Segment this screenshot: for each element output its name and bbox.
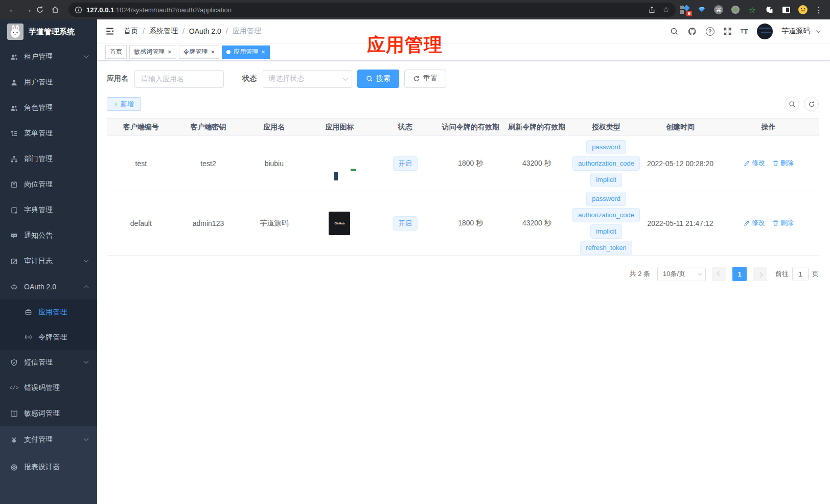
extensions-puzzle-icon[interactable] xyxy=(764,5,774,15)
logo[interactable]: 芋道管理系统 xyxy=(0,19,97,44)
col-actions: 操作 xyxy=(719,119,819,136)
sidebar-item-user[interactable]: 用户管理 xyxy=(0,70,97,95)
close-icon[interactable]: × xyxy=(168,49,172,55)
browser-forward-icon[interactable]: → xyxy=(20,5,36,15)
current-page-button[interactable]: 1 xyxy=(732,267,747,281)
info-icon[interactable] xyxy=(75,6,82,14)
extension-gem-icon[interactable] xyxy=(697,5,707,15)
refresh-icon xyxy=(413,75,420,82)
col-refresh-ttl: 刷新令牌的有效期 xyxy=(503,119,570,136)
search-icon[interactable] xyxy=(670,27,679,36)
sidebar-item-error-code[interactable]: </> 错误码管理 xyxy=(0,375,97,401)
page-content: 应用名 状态 请选择状态 搜索 重置 xyxy=(97,61,830,504)
bookmark-star-icon[interactable]: ☆ xyxy=(663,5,670,14)
close-icon[interactable]: × xyxy=(261,49,265,55)
sidebar-item-label: 令牌管理 xyxy=(38,333,88,342)
sidebar-item-sensitive-word[interactable]: 敏感词管理 xyxy=(0,401,97,426)
fullscreen-icon[interactable] xyxy=(723,27,732,36)
sidebar-item-label: 通知公告 xyxy=(24,231,88,240)
extensions-area: 9 ⌘ ☆ ⋮ xyxy=(680,5,825,15)
browser-home-icon[interactable] xyxy=(51,6,66,14)
delete-button[interactable]: 删除 xyxy=(772,158,794,168)
share-icon[interactable] xyxy=(648,6,656,14)
col-grant-types: 授权类型 xyxy=(570,119,642,136)
github-icon[interactable] xyxy=(687,27,697,36)
tab-home[interactable]: 首页 xyxy=(105,45,127,59)
extension-command-icon[interactable]: ⌘ xyxy=(713,5,724,15)
refresh-table-button[interactable] xyxy=(804,97,819,111)
sidebar-item-audit-log[interactable]: 审计日志 xyxy=(0,248,97,274)
side-panel-icon[interactable] xyxy=(781,5,791,15)
app-name-label: 应用名 xyxy=(107,74,128,83)
pencil-icon xyxy=(744,220,750,226)
close-icon[interactable]: × xyxy=(211,49,215,55)
sidebar-item-oauth-token[interactable]: 令牌管理 xyxy=(0,325,97,350)
toggle-search-button[interactable] xyxy=(785,97,799,111)
next-page-button[interactable] xyxy=(753,267,767,281)
page-size-select[interactable]: 10条/页 xyxy=(657,267,706,281)
delete-button[interactable]: 删除 xyxy=(772,218,794,227)
browser-back-icon[interactable]: ← xyxy=(5,5,20,15)
avatar[interactable] xyxy=(757,24,773,39)
breadcrumb-system[interactable]: 系统管理 xyxy=(149,27,178,36)
add-button[interactable]: + 新增 xyxy=(107,97,141,111)
sidebar-item-tenant[interactable]: 租户管理 xyxy=(0,44,97,70)
sidebar-item-label: 租户管理 xyxy=(24,52,78,61)
sidebar-item-report-designer[interactable]: 报表设计器 xyxy=(0,453,97,482)
help-icon[interactable]: ? xyxy=(706,27,714,36)
shield-check-icon xyxy=(10,359,18,366)
status-select[interactable]: 请选择状态 xyxy=(263,70,352,88)
sidebar-item-label: 部门管理 xyxy=(24,154,88,164)
browser-chrome: ← → 127.0.0.1:1024/system/oauth2/oauth2/… xyxy=(0,0,830,19)
browser-reload-icon[interactable] xyxy=(36,6,51,14)
dictionary-icon xyxy=(10,207,18,214)
table-header-row: 客户端编号 客户端密钥 应用名 应用图标 状态 访问令牌的有效期 刷新令牌的有效… xyxy=(107,119,819,136)
sidebar-item-label: 错误码管理 xyxy=(24,383,88,393)
sidebar-item-label: 字典管理 xyxy=(24,205,88,215)
user-menu-caret-icon[interactable] xyxy=(816,28,820,32)
sidebar-item-dict[interactable]: 字典管理 xyxy=(0,197,97,223)
grant-tag: implicit xyxy=(590,224,622,239)
tab-application[interactable]: 应用管理× xyxy=(222,45,270,59)
browser-menu-icon[interactable]: ⋮ xyxy=(815,5,823,15)
sidebar-item-menu[interactable]: 菜单管理 xyxy=(0,121,97,146)
grant-tag: password xyxy=(586,140,626,154)
app-name-input[interactable] xyxy=(134,70,224,88)
sidebar-item-post[interactable]: 岗位管理 xyxy=(0,172,97,197)
address-bar[interactable]: 127.0.0.1:1024/system/oauth2/oauth2/appl… xyxy=(68,3,676,17)
sidebar-item-pay[interactable]: ¥ 支付管理 xyxy=(0,426,97,453)
tab-token[interactable]: 令牌管理× xyxy=(179,45,220,59)
search-button[interactable]: 搜索 xyxy=(357,70,399,88)
sidebar-collapse-icon[interactable] xyxy=(105,27,114,36)
edit-button[interactable]: 修改 xyxy=(744,158,765,168)
extension-record-icon[interactable] xyxy=(730,5,741,15)
status-badge[interactable]: 开启 xyxy=(393,216,418,231)
grant-tag: authorization_code xyxy=(572,156,640,171)
edit-button[interactable]: 修改 xyxy=(744,218,765,227)
goto-page-input[interactable] xyxy=(792,267,809,281)
select-caret-icon xyxy=(698,271,702,276)
status-badge[interactable]: 开启 xyxy=(393,156,418,171)
breadcrumb-oauth[interactable]: OAuth 2.0 xyxy=(189,27,221,35)
tab-sensitive-word[interactable]: 敏感词管理× xyxy=(129,45,176,59)
extension-evernote-icon[interactable]: ☆ xyxy=(747,5,757,15)
sidebar-item-role[interactable]: 角色管理 xyxy=(0,95,97,121)
reset-button[interactable]: 重置 xyxy=(404,70,446,88)
sidebar-item-oauth[interactable]: OAuth 2.0 xyxy=(0,274,97,300)
top-navbar: 首页 / 系统管理 / OAuth 2.0 / 应用管理 ? xyxy=(97,19,830,43)
font-size-icon[interactable]: TT xyxy=(741,27,748,36)
org-tree-icon xyxy=(10,155,18,163)
app-icon-image: GitHub xyxy=(329,212,350,235)
breadcrumb-home[interactable]: 首页 xyxy=(124,27,138,36)
table-tools xyxy=(785,97,819,111)
prev-page-button[interactable] xyxy=(712,267,726,281)
sidebar-item-label: 敏感词管理 xyxy=(24,409,88,418)
extension-tabs-icon[interactable]: 9 xyxy=(680,5,690,15)
sidebar-item-dept[interactable]: 部门管理 xyxy=(0,146,97,172)
sidebar-item-oauth-application[interactable]: 应用管理 xyxy=(0,300,97,325)
sidebar-item-notice[interactable]: 通知公告 xyxy=(0,223,97,248)
profile-avatar-icon[interactable] xyxy=(798,5,808,15)
sidebar-item-sms[interactable]: 短信管理 xyxy=(0,350,97,375)
col-app-icon: 应用图标 xyxy=(307,119,372,136)
username: 芋道源码 xyxy=(781,27,810,36)
